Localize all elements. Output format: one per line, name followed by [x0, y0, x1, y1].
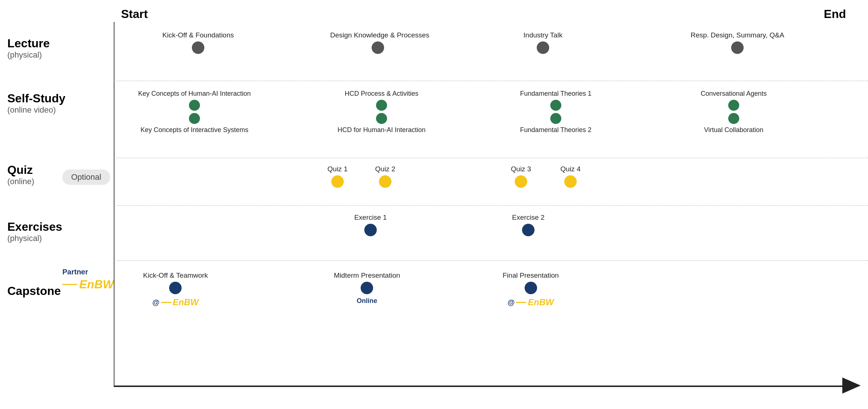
capstone-dot-1	[169, 282, 182, 294]
start-label: Start	[121, 7, 148, 21]
lecture-dot-1	[192, 41, 204, 54]
v-separator	[114, 22, 114, 387]
arrow-line	[114, 386, 853, 387]
quiz-dot-3	[515, 175, 527, 188]
divider-1	[114, 81, 868, 81]
quiz-dot-1	[331, 175, 344, 188]
lecture-dot-3	[537, 41, 549, 54]
exercise-item-2: Exercise 2	[503, 213, 554, 236]
divider-4	[114, 260, 868, 261]
selfstudy-dot-3a	[550, 100, 561, 111]
quiz-item-2: Quiz 2	[367, 165, 404, 188]
lecture-item-2: Design Knowledge & Processes	[330, 31, 426, 54]
exercise-dot-1	[364, 224, 377, 236]
partner-section: Partner EnBW	[62, 268, 114, 291]
selfstudy-dot-4a	[728, 100, 739, 111]
selfstudy-item-4: Conversational Agents Virtual Collaborat…	[686, 90, 781, 134]
exercises-label: Exercises (physical)	[7, 220, 62, 243]
arrow-head	[842, 377, 861, 394]
divider-3	[114, 205, 868, 206]
selfstudy-dot-2b	[376, 113, 387, 124]
end-label: End	[824, 7, 846, 21]
enbw-logo: EnBW	[62, 278, 114, 291]
exercise-item-1: Exercise 1	[345, 213, 396, 236]
selfstudy-dot-4b	[728, 113, 739, 124]
quiz-item-4: Quiz 4	[552, 165, 589, 188]
selfstudy-dot-3b	[550, 113, 561, 124]
selfstudy-item-1: Key Concepts of Human-AI Interaction Key…	[132, 90, 257, 134]
quiz-item-3: Quiz 3	[503, 165, 539, 188]
capstone-label: Capstone	[7, 284, 61, 298]
lecture-item-4: Resp. Design, Summary, Q&A	[686, 31, 789, 54]
capstone-dot-3	[525, 282, 537, 294]
quiz-label: Quiz (online)	[7, 163, 34, 186]
enbw-line	[62, 284, 77, 285]
optional-badge: Optional	[62, 169, 110, 185]
selfstudy-item-3: Fundamental Theories 1 Fundamental Theor…	[506, 90, 605, 134]
selfstudy-dot-1b	[189, 113, 200, 124]
lecture-dot-2	[372, 41, 384, 54]
selfstudy-dot-2a	[376, 100, 387, 111]
quiz-dot-4	[564, 175, 577, 188]
lecture-label: Lecture (physical)	[7, 37, 50, 60]
capstone-enbw-1: @ EnBW	[143, 297, 208, 307]
divider-2	[114, 158, 868, 158]
quiz-item-1: Quiz 1	[319, 165, 356, 188]
lecture-dot-4	[731, 41, 744, 54]
exercise-dot-2	[522, 224, 535, 236]
selfstudy-label: Self-Study (online video)	[7, 92, 65, 115]
selfstudy-item-2: HCD Process & Activities HCD for Human-A…	[327, 90, 437, 134]
capstone-dot-2	[361, 282, 373, 294]
selfstudy-dot-1a	[189, 100, 200, 111]
lecture-item-1: Kick-Off & Foundations	[161, 31, 235, 54]
timeline-area: Start End Kick-Off & Foundations Design …	[114, 0, 868, 409]
capstone-item-3: Final Presentation @ EnBW	[503, 271, 559, 307]
capstone-item-2: Midterm Presentation Online	[334, 271, 400, 305]
lecture-item-3: Industry Talk	[514, 31, 572, 54]
capstone-enbw-3: @ EnBW	[503, 297, 559, 307]
main-container: Lecture (physical) Self-Study (online vi…	[0, 0, 868, 409]
left-labels: Lecture (physical) Self-Study (online vi…	[0, 0, 114, 409]
capstone-item-1: Kick-Off & Teamwork @ EnBW	[143, 271, 208, 307]
quiz-dot-2	[379, 175, 391, 188]
